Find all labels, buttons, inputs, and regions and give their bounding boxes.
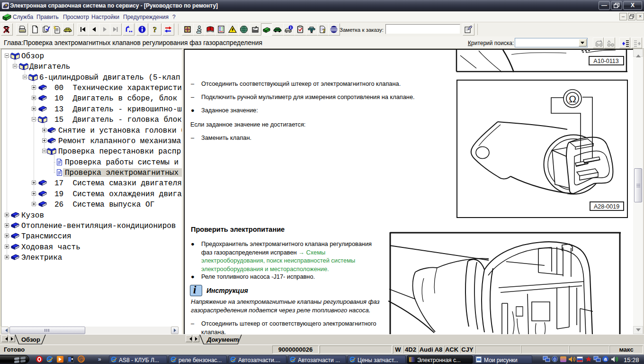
svg-text:A10-0113: A10-0113 [593,58,618,64]
svg-text:A28-0019: A28-0019 [594,203,619,210]
svg-text:?: ? [322,27,326,34]
svg-text:?: ? [153,26,157,34]
svg-text:Ω: Ω [569,93,576,104]
